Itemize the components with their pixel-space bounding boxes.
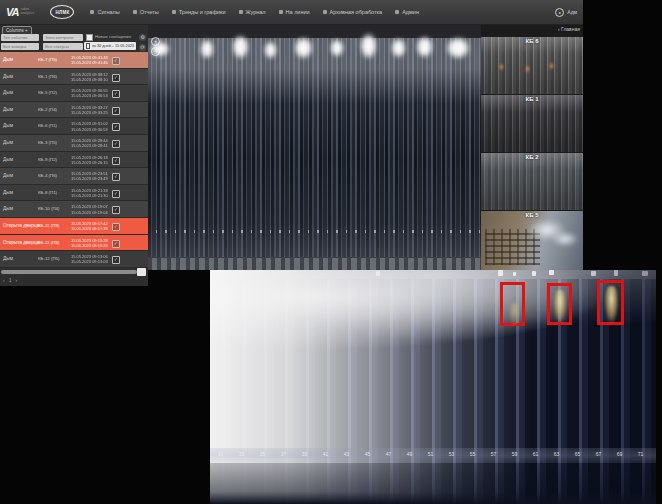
menu-item-icon (133, 10, 137, 14)
door-number: 59 (504, 451, 525, 457)
oven-glow (525, 65, 530, 73)
timestamp-cell: 15.05.2023 09:31:0215.05.2023 09:30:59 (71, 121, 108, 131)
menu-item[interactable]: Тренды и графики (172, 9, 226, 15)
back-to-home-link[interactable]: ‹ Главная (558, 26, 580, 32)
new-messages-checkbox[interactable]: Новые сообщения (86, 34, 133, 41)
event-type-cell: Дым (3, 90, 13, 95)
door-number: 51 (420, 451, 441, 457)
user-label: Адм (567, 9, 577, 15)
event-type-cell: Открыта дверца (3, 223, 39, 228)
thumbnail-kb6[interactable]: КБ 6 (481, 37, 583, 94)
filter-status-input[interactable] (43, 43, 83, 50)
row-checkbox[interactable]: ✓ (112, 123, 120, 131)
door-number: 35 (252, 451, 273, 457)
detection-box-3 (597, 280, 624, 325)
thumbnail-kb1[interactable]: КБ 1 (481, 95, 583, 152)
table-row[interactable]: Дым КБ-6 (П1) 15.05.2023 09:31:0215.05.2… (0, 118, 148, 135)
row-checkbox[interactable]: ✓ (112, 107, 120, 115)
table-row[interactable]: Открыта дверца КБ-11 (П3) 15.05.2023 09:… (0, 235, 148, 252)
table-row[interactable]: Дым КБ-10 (П4) 15.05.2023 09:19:0715.05.… (0, 201, 148, 218)
screen: VA video analytics НЛМК Сигналы Отчеты Т… (0, 0, 662, 504)
event-type-cell: Дым (3, 256, 13, 261)
zoom-in-icon[interactable]: + (151, 37, 160, 46)
filter-zone-input[interactable] (43, 34, 83, 41)
door-number: 37 (273, 451, 294, 457)
event-type-cell: Дым (3, 123, 13, 128)
horizontal-scrollbar-thumb[interactable] (137, 268, 146, 276)
page-prev-button[interactable]: ‹ (3, 277, 5, 283)
door-number: 33 (231, 451, 252, 457)
filter-type-input[interactable] (1, 34, 39, 41)
table-row[interactable]: Дым КБ-5 (П2) 15.05.2023 09:36:5515.05.2… (0, 85, 148, 102)
thumbnail-shade (481, 153, 583, 210)
refresh-icon[interactable]: ⟳ (139, 44, 146, 51)
event-type-cell: Дым (3, 140, 13, 145)
menu-item-icon (172, 10, 176, 14)
thumbnail-shade (481, 95, 583, 152)
door-numbers: 31 33 35 37 39 41 43 45 47 49 51 53 55 5… (210, 451, 656, 457)
menu-item[interactable]: Сигналы (90, 9, 119, 15)
va-logo-mark: VA (6, 6, 18, 18)
thumbnail-kb5[interactable]: КБ 5 (481, 211, 583, 270)
main-camera-view[interactable]: + – (148, 25, 481, 270)
row-checkbox[interactable]: ✓ (112, 240, 120, 248)
settings-icon[interactable]: ⚙ (139, 34, 146, 41)
page-number[interactable]: 1 (9, 277, 12, 283)
table-row[interactable]: Дым КБ-4 (П6) 15.05.2023 09:23:5115.05.2… (0, 168, 148, 185)
steam-plume (294, 37, 313, 59)
steam-plume (330, 39, 344, 57)
table-row[interactable]: Открыта дверца КБ-11 (П3) 15.05.2023 09:… (0, 218, 148, 235)
steam-plume (232, 35, 249, 59)
table-row[interactable]: Дым КБ-2 (П4) 15.05.2023 09:33:2715.05.2… (0, 102, 148, 119)
steam-spray (551, 231, 579, 247)
row-checkbox[interactable]: ✓ (112, 140, 120, 148)
camera-cell: КБ-11 (П3) (38, 223, 59, 228)
row-checkbox[interactable]: ✓ (112, 190, 120, 198)
table-row[interactable]: Дым КБ-7 (П5) 15.05.2023 09:41:4815.05.2… (0, 52, 148, 69)
checkbox-box[interactable] (86, 34, 93, 41)
door-number: 49 (399, 451, 420, 457)
va-logo-subtitle: video analytics (20, 8, 42, 16)
table-row[interactable]: Дым КБ-3 (П5) 15.05.2023 09:28:4415.05.2… (0, 135, 148, 152)
menu-item[interactable]: Архивная обработка (323, 9, 383, 15)
calendar-icon (86, 43, 90, 49)
row-checkbox[interactable]: ✓ (112, 57, 120, 65)
steam-plume (416, 36, 433, 58)
top-toolbar: VA video analytics НЛМК Сигналы Отчеты Т… (0, 0, 583, 25)
filter-camera-input[interactable] (1, 43, 39, 50)
horizontal-scrollbar-track[interactable] (1, 270, 137, 274)
oven-glow (549, 62, 554, 70)
date-range-picker[interactable]: за 30 дней – 15.05.2023 (84, 42, 136, 50)
timestamp-cell: 15.05.2023 09:19:0715.05.2023 09:19:04 (71, 204, 108, 214)
page-next-button[interactable]: › (15, 277, 17, 283)
row-checkbox[interactable]: ✓ (112, 90, 120, 98)
row-checkbox[interactable]: ✓ (112, 256, 120, 264)
user-menu[interactable]: ● Адм (555, 8, 577, 17)
table-row[interactable]: Дым КБ-9 (П2) 15.05.2023 09:26:1815.05.2… (0, 152, 148, 169)
row-checkbox[interactable]: ✓ (112, 74, 120, 82)
zoom-out-icon[interactable]: – (151, 47, 160, 56)
events-sidebar: Columns + Новые сообщения за 30 дней – 1… (0, 25, 148, 286)
menu-item[interactable]: Отчеты (133, 9, 159, 15)
camera-cell: КБ-12 (П5) (38, 256, 60, 261)
thumbnail-kb2[interactable]: КБ 2 (481, 153, 583, 210)
menu-item-icon (279, 10, 283, 14)
table-row[interactable]: Дым КБ-1 (П6) 15.05.2023 09:38:1215.05.2… (0, 69, 148, 86)
menu-item[interactable]: Журнал (239, 9, 266, 15)
row-checkbox[interactable]: ✓ (112, 173, 120, 181)
row-checkbox[interactable]: ✓ (112, 206, 120, 214)
table-row[interactable]: Дым КБ-12 (П5) 15.05.2023 09:13:0615.05.… (0, 251, 148, 268)
menu-item[interactable]: На линии (279, 9, 310, 15)
menu-item-icon (90, 10, 94, 14)
date-range-value: за 30 дней – 15.05.2023 (92, 44, 134, 48)
camera-cell: КБ-4 (П6) (38, 173, 57, 178)
coke-oven-doors-image (148, 38, 481, 257)
table-row[interactable]: Дым КБ-8 (П1) 15.05.2023 09:21:3315.05.2… (0, 185, 148, 202)
menu-item[interactable]: Админ (395, 9, 419, 15)
row-checkbox[interactable]: ✓ (112, 223, 120, 231)
door-number: 31 (210, 451, 231, 457)
event-type-cell: Открыта дверца (3, 240, 39, 245)
timestamp-cell: 15.05.2023 09:15:2815.05.2023 09:15:25 (71, 238, 108, 248)
row-checkbox[interactable]: ✓ (112, 157, 120, 165)
door-number: 55 (462, 451, 483, 457)
